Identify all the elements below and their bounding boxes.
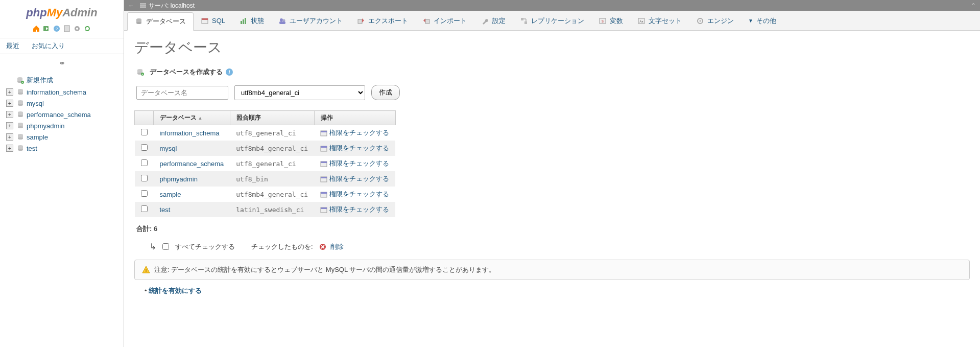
docs-icon[interactable]: ? [53,25,61,33]
db-link[interactable]: phpmyadmin [160,175,198,183]
db-link[interactable]: performance_schema [160,160,224,168]
row-checkbox[interactable] [141,175,148,181]
logout-icon[interactable] [42,25,51,33]
database-icon [16,133,25,141]
check-all-checkbox[interactable] [162,243,169,250]
collapse-icon[interactable]: ⌃ [971,2,976,9]
row-checkbox[interactable] [141,144,148,151]
sidebar-nav-tabs: 最近 お気に入り [0,38,124,54]
row-checkbox[interactable] [141,129,148,135]
row-collation: utf8_general_ci [230,125,314,141]
expand-icon[interactable]: + [6,111,13,118]
delete-icon [319,243,326,250]
tree-db-label: test [27,145,37,152]
tab-charset[interactable]: Aa 文字セット [630,11,689,30]
table-row: sample utf8mb4_general_ci 権限をチェックする [135,187,396,202]
page-title: データベース [134,38,970,57]
help-icon[interactable]: i [226,68,233,76]
create-button[interactable]: 作成 [371,85,400,100]
expand-icon[interactable]: + [6,122,13,129]
tab-label: 設定 [492,16,506,26]
privileges-icon [320,130,327,137]
table-row: test latin1_swedish_ci 権限をチェックする [135,202,396,217]
tab-status[interactable]: 状態 [232,11,271,30]
check-privileges-link[interactable]: 権限をチェックする [329,175,389,182]
tree-db-label: sample [27,133,48,141]
svg-text:+: + [22,81,23,84]
delete-link[interactable]: 削除 [319,242,344,251]
tab-variables[interactable]: $ 変数 [591,11,630,30]
table-row: phpmyadmin utf8_bin 権限をチェックする [135,171,396,187]
tab-databases[interactable]: データベース [127,12,194,31]
svg-text:+: + [142,73,144,76]
tab-import[interactable]: インポート [415,11,474,30]
tab-label: データベース [146,17,186,26]
logo[interactable]: phpMyAdmin [0,4,124,22]
sidebar: phpMyAdmin ? 最近 お気に入り ⚭ + 新規作成 + in [0,0,124,347]
tab-settings[interactable]: 設定 [474,11,513,30]
tab-label: インポート [434,16,467,26]
tree-db-label: information_schema [27,88,86,96]
expand-icon[interactable]: + [6,88,13,96]
svg-rect-43 [358,19,362,24]
settings-gear-icon[interactable] [73,25,81,33]
enable-stats-link[interactable]: 統計を有効にする [149,287,202,294]
row-checkbox[interactable] [141,159,148,166]
tree-db-item[interactable]: + information_schema [6,86,119,98]
tree-db-item[interactable]: + phpmyadmin [6,120,119,131]
new-db-icon: + [16,76,25,84]
svg-rect-45 [521,18,523,20]
db-link[interactable]: sample [160,191,181,198]
row-checkbox[interactable] [141,205,148,212]
tree-db-item[interactable]: + mysql [6,98,119,109]
tab-label: エクスポート [368,16,408,26]
tree-db-item[interactable]: + performance_schema [6,109,119,120]
db-link[interactable]: test [160,206,171,214]
expand-icon[interactable]: + [6,145,13,152]
tab-users[interactable]: ユーザアカウント [271,11,350,30]
tab-engines[interactable]: エンジン [689,11,741,30]
recent-tab[interactable]: 最近 [0,38,26,54]
db-name-input[interactable] [136,86,228,100]
tree-new[interactable]: + 新規作成 [6,74,119,86]
svg-rect-69 [321,207,327,209]
row-collation: utf8_bin [230,171,314,187]
tree-db-item[interactable]: + test [6,143,119,154]
tab-replication[interactable]: レプリケーション [513,11,591,30]
db-link[interactable]: information_schema [160,129,220,137]
tab-sql[interactable]: SQL [194,11,232,30]
tab-export[interactable]: エクスポート [350,11,415,30]
col-database[interactable]: データベース [154,111,230,125]
charset-icon: Aa [637,17,646,25]
logo-php: php [26,6,46,19]
db-link[interactable]: mysql [160,145,177,152]
tab-more[interactable]: ▼ その他 [741,11,783,30]
expand-icon[interactable]: + [6,100,13,107]
logo-my: My [47,6,63,19]
tree-db-item[interactable]: + sample [6,131,119,143]
expand-icon[interactable]: + [6,133,13,141]
reload-icon[interactable] [83,25,91,33]
row-checkbox[interactable] [141,190,148,197]
tab-label: レプリケーション [531,16,584,26]
back-arrow-icon[interactable]: ← [128,2,134,9]
favorites-tab[interactable]: お気に入り [26,38,71,54]
sql-icon[interactable] [63,25,71,33]
svg-point-19 [18,115,23,117]
check-all-label[interactable]: すべてチェックする [175,242,235,251]
check-privileges-link[interactable]: 権限をチェックする [329,129,389,136]
svg-point-22 [18,126,23,128]
check-privileges-link[interactable]: 権限をチェックする [329,144,389,152]
server-name[interactable]: localhost [171,2,195,9]
check-privileges-link[interactable]: 権限をチェックする [329,205,389,213]
svg-rect-42 [279,21,285,24]
check-privileges-link[interactable]: 権限をチェックする [329,159,389,167]
database-icon [135,17,143,26]
col-collation[interactable]: 照合順序 [230,111,314,125]
check-privileges-link[interactable]: 権限をチェックする [329,190,389,198]
svg-point-25 [18,137,23,140]
link-icon[interactable]: ⚭ [0,54,124,72]
home-icon[interactable] [32,25,40,33]
row-collation: utf8mb4_general_ci [230,141,314,156]
collation-select[interactable]: utf8mb4_general_ci [234,85,365,100]
